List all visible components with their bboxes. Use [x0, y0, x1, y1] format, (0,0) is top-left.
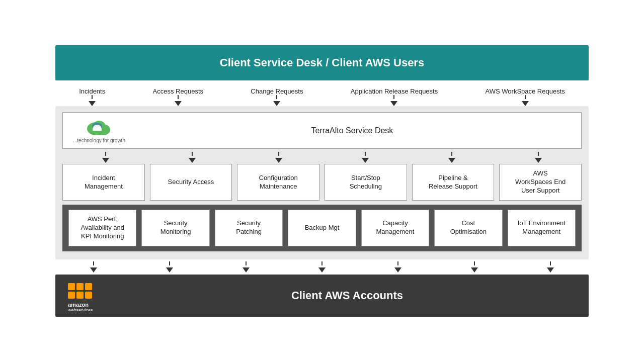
bottom-arrow-7: [547, 261, 554, 273]
service-desk-title: TerraAlto Service Desk: [133, 126, 571, 135]
connector-arrows-1: [62, 151, 582, 164]
bottom-arrow-5: [394, 261, 401, 273]
bottom-arrow-4: [318, 261, 326, 273]
arrow-incidents: [89, 95, 96, 106]
labels-row: Incidents Access Requests Change Request…: [55, 80, 589, 106]
dark-section: AWS Perf,Availability andKPI Monitoring …: [62, 205, 582, 251]
box-backup-mgt: Backup Mgt: [288, 210, 356, 246]
connector-arrow-1: [102, 152, 109, 163]
box-aws-perf: AWS Perf,Availability andKPI Monitoring: [68, 210, 136, 246]
box-capacity-management: CapacityManagement: [361, 210, 429, 246]
svg-text:webservices: webservices: [67, 308, 93, 311]
terraalto-logo: ...technology for growth: [73, 118, 125, 143]
svg-rect-13: [85, 292, 92, 299]
bottom-arrow-3: [243, 261, 250, 273]
svg-rect-7: [93, 129, 102, 131]
box-iot-environment: IoT EnvironmentManagement: [508, 210, 576, 246]
bottom-bar: amazon webservices Client AWS Accounts: [55, 275, 589, 317]
box-security-monitoring: SecurityMonitoring: [141, 210, 209, 246]
bottom-arrows-row: [55, 259, 589, 275]
arrow-workspace: [522, 95, 529, 106]
bottom-arrow-2: [166, 261, 173, 273]
diagram-container: Client Service Desk / Client AWS Users I…: [55, 45, 589, 316]
label-incidents: Incidents: [79, 87, 105, 106]
dark-boxes-row: AWS Perf,Availability andKPI Monitoring …: [68, 210, 576, 246]
arrow-app-release: [390, 95, 397, 106]
svg-rect-10: [85, 283, 92, 290]
connector-arrow-2: [189, 152, 196, 163]
connector-arrow-4: [362, 152, 369, 163]
box-start-stop: Start/StopScheduling: [325, 164, 407, 201]
header-bar: Client Service Desk / Client AWS Users: [55, 45, 589, 80]
svg-rect-9: [76, 283, 84, 290]
bottom-bar-title: Client AWS Accounts: [116, 289, 579, 302]
bottom-arrow-6: [471, 261, 478, 273]
box-configuration-maintenance: ConfigurationMaintenance: [237, 164, 319, 201]
label-workspace-requests: AWS WorkSpace Requests: [486, 87, 565, 106]
box-security-access: Security Access: [150, 164, 232, 201]
label-app-release: Application Release Requests: [351, 87, 438, 106]
svg-text:amazon: amazon: [68, 302, 89, 308]
terraalto-cloud-icon: [86, 118, 112, 137]
bottom-arrow-1: [90, 261, 97, 273]
service-desk-row: ...technology for growth TerraAlto Servi…: [62, 112, 582, 149]
terraalto-subtext: ...technology for growth: [73, 138, 125, 143]
svg-rect-8: [68, 283, 75, 290]
aws-logo-icon: amazon webservices: [65, 281, 106, 311]
box-cost-optimisation: CostOptimisation: [434, 210, 502, 246]
arrow-change: [273, 95, 280, 106]
light-section: ...technology for growth TerraAlto Servi…: [55, 106, 589, 259]
arrow-access: [175, 95, 182, 106]
label-change-requests: Change Requests: [251, 87, 303, 106]
box-aws-workspaces: AWSWorkSpaces EndUser Support: [499, 164, 582, 201]
label-access-requests: Access Requests: [153, 87, 203, 106]
connector-arrow-3: [275, 152, 282, 163]
box-security-patching: SecurityPatching: [215, 210, 283, 246]
box-pipeline-release: Pipeline &Release Support: [412, 164, 495, 201]
connector-arrow-6: [535, 152, 542, 163]
top-boxes-row: IncidentManagement Security Access Confi…: [62, 164, 582, 201]
svg-rect-11: [68, 292, 75, 299]
svg-rect-12: [76, 292, 84, 299]
box-incident-management: IncidentManagement: [62, 164, 145, 201]
header-title: Client Service Desk / Client AWS Users: [220, 56, 424, 69]
connector-arrow-5: [448, 152, 455, 163]
